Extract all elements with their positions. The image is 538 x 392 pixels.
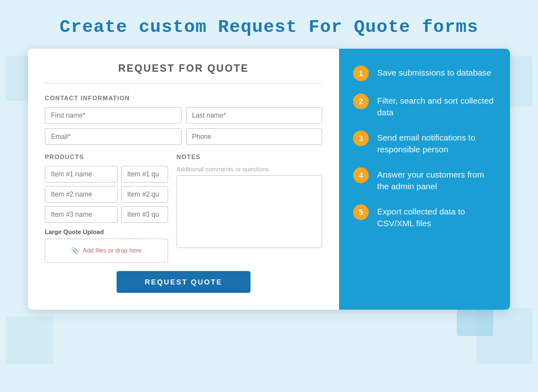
upload-label: Large Quote Upload [45, 228, 168, 235]
products-notes-section: PRODUCTS Large Quote Upload [45, 153, 322, 263]
item1-name-input[interactable] [45, 166, 118, 183]
feature-item-4: 4 Answer your customers from the admin p… [353, 167, 496, 192]
products-section: PRODUCTS Large Quote Upload [45, 153, 168, 263]
feature-number-2: 2 [353, 94, 369, 109]
features-panel: 1 Save submissions to database 2 Filter,… [339, 49, 510, 310]
feature-text-5: Export collected data to CSV/XML files [377, 204, 496, 229]
feature-text-1: Save submissions to database [377, 66, 491, 78]
paperclip-icon: 📎 [71, 247, 79, 254]
feature-item-3: 3 Send email notifications to responsibl… [353, 130, 496, 155]
first-name-input[interactable] [45, 107, 182, 124]
submit-area: REQUEST QUOTE [45, 271, 322, 293]
feature-item-1: 1 Save submissions to database [353, 66, 496, 81]
item1-qty-input[interactable] [121, 166, 168, 183]
upload-text: Add files or drop here [83, 247, 142, 254]
upload-section: Large Quote Upload 📎 Add files or drop h… [45, 228, 168, 263]
feature-text-3: Send email notifications to responsible … [377, 130, 496, 155]
feature-number-4: 4 [353, 167, 369, 183]
item2-qty-input[interactable] [121, 186, 168, 203]
item2-name-input[interactable] [45, 186, 118, 203]
last-name-input[interactable] [186, 107, 323, 124]
contact-section: CONTACT INFORMATION [45, 95, 322, 145]
notes-section: NOTES Additional comments or questions [177, 153, 322, 263]
form-title: REQUEST FOR QUOTE [45, 63, 322, 83]
feature-number-1: 1 [353, 66, 369, 81]
item3-qty-input[interactable] [121, 206, 168, 223]
item3-name-input[interactable] [45, 206, 118, 223]
main-card: REQUEST FOR QUOTE CONTACT INFORMATION PR… [28, 49, 510, 310]
name-row [45, 107, 322, 124]
feature-number-3: 3 [353, 130, 369, 146]
feature-text-4: Answer your customers from the admin pan… [377, 167, 496, 192]
upload-dropzone[interactable]: 📎 Add files or drop here [45, 239, 168, 263]
feature-number-5: 5 [353, 204, 369, 220]
notes-label: NOTES [177, 153, 322, 160]
submit-button[interactable]: REQUEST QUOTE [117, 271, 251, 293]
products-label: PRODUCTS [45, 153, 168, 160]
form-panel: REQUEST FOR QUOTE CONTACT INFORMATION PR… [28, 49, 339, 310]
email-input[interactable] [45, 128, 182, 145]
contact-section-label: CONTACT INFORMATION [45, 95, 322, 101]
phone-input[interactable] [186, 128, 323, 145]
notes-placeholder-text: Additional comments or questions [177, 166, 322, 172]
feature-text-2: Filter, search and sort collected data [377, 94, 496, 118]
product-row-2 [45, 186, 168, 203]
product-row-3 [45, 206, 168, 223]
feature-item-5: 5 Export collected data to CSV/XML files [353, 204, 496, 229]
contact-row [45, 128, 322, 145]
feature-item-2: 2 Filter, search and sort collected data [353, 94, 496, 118]
page-title: Create custom Request For Quote forms [0, 0, 538, 49]
notes-textarea[interactable] [177, 175, 322, 248]
product-row-1 [45, 166, 168, 183]
